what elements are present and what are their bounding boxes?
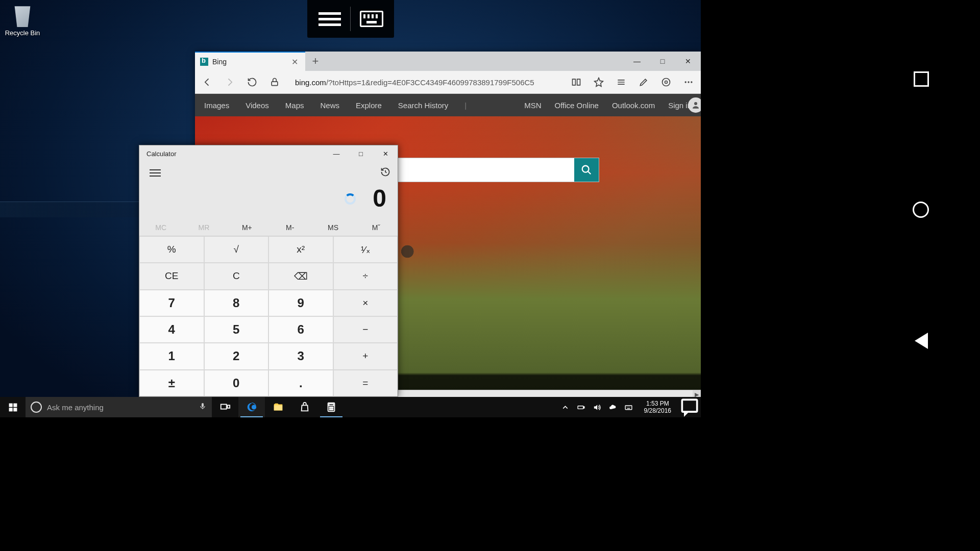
back-nav-button[interactable] [915,333,928,349]
svg-rect-0 [272,82,278,86]
key-6[interactable]: 6 [269,317,333,342]
close-button[interactable]: ✕ [373,145,398,162]
key-3[interactable]: 3 [269,343,333,369]
key-2[interactable]: 2 [205,343,268,369]
taskbar-app-store[interactable] [291,397,318,417]
key-sym6[interactable]: ⌫ [269,263,333,289]
back-button[interactable] [201,76,213,88]
home-button[interactable] [913,202,929,218]
keyboard-icon[interactable] [360,11,383,27]
taskbar-app-calculator[interactable] [318,397,345,417]
mem-mplus[interactable]: M+ [226,219,268,236]
svg-rect-27 [682,399,697,412]
calculator-title: Calculator [146,150,177,158]
nav-maps[interactable]: Maps [285,101,304,110]
onedrive-icon[interactable] [608,403,617,412]
mem-mr[interactable]: MR [182,219,225,236]
mem-mlist[interactable]: Mˇ [355,219,398,236]
recycle-bin-label: Recycle Bin [5,29,40,37]
key-5[interactable]: 5 [205,317,268,342]
divider [350,7,351,31]
mem-ms[interactable]: MS [311,219,354,236]
key-sym20[interactable]: ± [140,370,204,396]
nav-images[interactable]: Images [204,101,229,110]
svg-rect-9 [13,403,17,407]
calculator-subheader [139,162,398,184]
key-sym7[interactable]: ÷ [334,263,398,289]
hub-button[interactable] [615,76,627,88]
nav-news[interactable]: News [320,101,339,110]
start-button[interactable] [0,397,26,417]
maximize-button[interactable]: □ [650,52,675,71]
key-x[interactable]: x² [269,237,333,262]
svg-point-7 [582,166,589,172]
mem-mminus[interactable]: M- [268,219,311,236]
key-0[interactable]: 0 [205,370,268,396]
maximize-button[interactable]: □ [349,145,373,162]
forward-button[interactable] [224,76,236,88]
nav-videos[interactable]: Videos [246,101,269,110]
calculator-menu-button[interactable] [146,166,164,180]
close-button[interactable]: ✕ [675,52,701,71]
window-controls: — □ ✕ [624,52,701,71]
taskbar-app-edge[interactable] [238,397,265,417]
date-label: 9/28/2016 [644,407,671,414]
new-tab-button[interactable]: + [305,52,326,71]
refresh-button[interactable] [246,76,258,88]
key-7[interactable]: 7 [140,290,204,316]
reading-view-button[interactable] [570,76,582,88]
taskbar-search[interactable]: Ask me anything [26,397,212,417]
key-sym1[interactable]: √ [205,237,268,262]
key-sym0[interactable]: % [140,237,204,262]
key-1[interactable]: 1 [140,343,204,369]
tray-chevron-icon[interactable] [561,403,570,412]
minimize-button[interactable]: — [324,145,349,162]
history-button[interactable] [380,167,390,179]
battery-icon[interactable] [577,403,585,412]
bing-search-button[interactable] [574,158,599,182]
key-8[interactable]: 8 [205,290,268,316]
key-sym11[interactable]: × [334,290,398,316]
taskbar: Ask me anything 1:53 PM 9/28/2016 [0,397,701,417]
key-sym3[interactable]: ¹⁄ₓ [334,237,398,262]
mic-icon[interactable] [199,402,207,412]
key-sym15[interactable]: − [334,317,398,342]
keyboard-tray-icon[interactable] [624,403,633,412]
action-center-button[interactable] [678,397,701,417]
tab-close-button[interactable]: ✕ [289,56,300,68]
key-sym23[interactable]: = [334,370,398,396]
key-sym22[interactable]: . [269,370,333,396]
nav-msn[interactable]: MSN [524,101,541,110]
volume-icon[interactable] [593,403,601,412]
tab-title: Bing [212,58,285,66]
key-CE[interactable]: CE [140,263,204,289]
nav-office[interactable]: Office Online [554,101,598,110]
more-button[interactable] [682,76,695,88]
key-sym19[interactable]: + [334,343,398,369]
nav-explore[interactable]: Explore [356,101,382,110]
nav-search-history[interactable]: Search History [398,101,448,110]
webnote-button[interactable] [638,76,650,88]
svg-point-6 [694,102,697,105]
minimize-button[interactable]: — [624,52,650,71]
key-C[interactable]: C [205,263,268,289]
task-view-button[interactable] [212,397,238,417]
url-field[interactable]: bing.com/?toHttps=1&redig=4E0F3CC4349F46… [291,78,560,87]
key-9[interactable]: 9 [269,290,333,316]
key-4[interactable]: 4 [140,317,204,342]
mem-mc[interactable]: MC [139,219,182,236]
recycle-bin-icon[interactable]: Recycle Bin [4,3,41,37]
favorite-button[interactable] [593,76,605,88]
taskbar-app-explorer[interactable] [265,397,291,417]
share-button[interactable] [660,76,672,88]
svg-rect-15 [274,405,283,410]
taskbar-clock[interactable]: 1:53 PM 9/28/2016 [640,400,675,414]
svg-rect-17 [329,404,333,406]
tab-bing[interactable]: Bing ✕ [195,52,305,71]
calculator-titlebar[interactable]: Calculator — □ ✕ [139,145,398,162]
hamburger-icon[interactable] [318,12,341,26]
nav-outlook[interactable]: Outlook.com [612,101,655,110]
svg-rect-12 [202,403,204,407]
svg-point-1 [663,79,670,86]
overview-button[interactable] [914,71,929,87]
